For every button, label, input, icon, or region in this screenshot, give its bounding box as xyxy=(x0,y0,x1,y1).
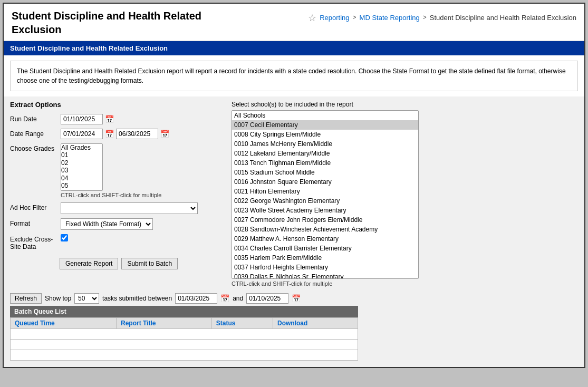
date-range-from-calendar-icon[interactable]: 📅 xyxy=(105,130,114,138)
grade-05[interactable]: 05 xyxy=(61,182,102,189)
date-range-from-input[interactable] xyxy=(61,129,103,139)
submit-to-batch-button[interactable]: Submit to Batch xyxy=(121,258,178,269)
batch-date-from-input[interactable] xyxy=(175,293,217,304)
breadcrumb-sep-1: > xyxy=(353,14,356,21)
run-date-controls: 📅 xyxy=(61,114,114,124)
page-title: Student Discipline and Health Related Ex… xyxy=(12,9,212,36)
school-0021[interactable]: 0021 Hilton Elementary xyxy=(232,187,418,196)
batch-table-header-row: Queued Time Report Title Status Download xyxy=(11,318,358,329)
buttons-row: Generate Report Submit to Batch xyxy=(10,258,221,269)
description-box: The Student Discipline and Health Relate… xyxy=(10,61,578,91)
batch-empty-row-3 xyxy=(11,350,358,361)
grades-hint: CTRL-click and SHIFT-click for multiple xyxy=(61,192,161,198)
exclude-checkbox[interactable] xyxy=(61,234,68,241)
grade-02[interactable]: 02 xyxy=(61,159,102,167)
run-date-input[interactable] xyxy=(61,114,103,124)
school-0029[interactable]: 0029 Matthew A. Henson Elementary xyxy=(232,234,418,244)
schools-panel: Select school(s) to be included in the r… xyxy=(232,101,578,287)
section-header: Student Discipline and Health Related Ex… xyxy=(4,41,584,55)
breadcrumb-reporting[interactable]: Reporting xyxy=(320,14,349,22)
batch-date-from-calendar-icon[interactable]: 📅 xyxy=(220,294,229,303)
grade-04[interactable]: 04 xyxy=(61,175,102,182)
refresh-button[interactable]: Refresh xyxy=(10,293,42,304)
batch-date-to-input[interactable] xyxy=(246,293,288,304)
format-row: Format Fixed Width (State Format) CSV Ta… xyxy=(10,218,221,230)
batch-empty-row-1 xyxy=(11,329,358,340)
breadcrumb-md-state[interactable]: MD State Reporting xyxy=(360,14,420,22)
tasks-label: tasks submitted between xyxy=(102,295,172,302)
schools-hint: CTRL-click and SHIFT-click for multiple xyxy=(232,280,578,287)
school-all[interactable]: All Schools xyxy=(232,111,418,120)
school-0008[interactable]: 0008 City Springs Elem/Middle xyxy=(232,130,418,139)
run-date-label: Run Date xyxy=(10,114,57,123)
schools-label: Select school(s) to be included in the r… xyxy=(232,101,578,108)
exclude-row: Exclude Cross-Site Data xyxy=(10,234,221,250)
breadcrumb-current: Student Discipline and Health Related Ex… xyxy=(430,14,576,22)
col-queued-time[interactable]: Queued Time xyxy=(11,318,117,329)
grades-listbox[interactable]: All Grades 01 02 03 04 05 xyxy=(61,143,103,191)
main-container: Student Discipline and Health Related Ex… xyxy=(3,3,585,368)
show-top-select[interactable]: 50 100 xyxy=(74,293,99,304)
grades-label: Choose Grades xyxy=(10,143,57,152)
batch-table-container: Batch Queue List Queued Time Report Titl… xyxy=(10,306,358,361)
school-0034[interactable]: 0034 Charles Carroll Barrister Elementar… xyxy=(232,244,418,253)
batch-table: Queued Time Report Title Status Download xyxy=(10,317,358,361)
date-range-label: Date Range xyxy=(10,129,57,138)
run-date-calendar-icon[interactable]: 📅 xyxy=(105,115,114,123)
grade-03[interactable]: 03 xyxy=(61,167,102,174)
two-col-layout: Extract Options Run Date 📅 Date Range 📅 xyxy=(10,101,578,287)
school-0015[interactable]: 0015 Stadium School Middle xyxy=(232,168,418,177)
generate-report-button[interactable]: Generate Report xyxy=(60,258,118,269)
grades-row: Choose Grades All Grades 01 02 03 04 05 … xyxy=(10,143,221,198)
extract-options-panel: Extract Options Run Date 📅 Date Range 📅 xyxy=(10,101,221,269)
col-status[interactable]: Status xyxy=(211,318,273,329)
description-text: The Student Discipline and Health Relate… xyxy=(17,67,566,84)
grade-all-grades[interactable]: All Grades xyxy=(61,144,102,151)
run-date-row: Run Date 📅 xyxy=(10,114,221,124)
date-range-to-calendar-icon[interactable]: 📅 xyxy=(160,130,169,138)
batch-empty-row-2 xyxy=(11,340,358,350)
schools-listbox[interactable]: All Schools 0007 Cecil Elementary 0008 C… xyxy=(232,110,419,279)
grades-container: All Grades 01 02 03 04 05 CTRL-click and… xyxy=(61,143,161,198)
col-download: Download xyxy=(273,318,358,329)
batch-date-to-calendar-icon[interactable]: 📅 xyxy=(292,294,301,303)
school-0016[interactable]: 0016 Johnston Square Elementary xyxy=(232,177,418,187)
grade-01[interactable]: 01 xyxy=(61,151,102,159)
and-label: and xyxy=(233,295,243,302)
school-0012[interactable]: 0012 Lakeland Elementary/Middle xyxy=(232,149,418,158)
header: Student Discipline and Health Related Ex… xyxy=(4,4,584,41)
format-label: Format xyxy=(10,218,57,227)
batch-table-body xyxy=(11,329,358,361)
school-0010[interactable]: 0010 James McHenry Elem/Middle xyxy=(232,139,418,149)
date-range-row: Date Range 📅 📅 xyxy=(10,129,221,139)
date-range-controls: 📅 📅 xyxy=(61,129,169,139)
refresh-row: Refresh Show top 50 100 tasks submitted … xyxy=(10,293,578,304)
favorite-icon[interactable]: ☆ xyxy=(308,12,316,24)
school-0037[interactable]: 0037 Harford Heights Elementary xyxy=(232,263,418,272)
batch-queue-title: Batch Queue List xyxy=(10,306,358,317)
adhoc-filter-label: Ad Hoc Filter xyxy=(10,202,57,211)
school-0027[interactable]: 0027 Commodore John Rodgers Elem/Middle xyxy=(232,215,418,225)
date-range-to-input[interactable] xyxy=(116,129,158,139)
school-0007[interactable]: 0007 Cecil Elementary xyxy=(232,120,418,130)
main-content: Extract Options Run Date 📅 Date Range 📅 xyxy=(4,96,584,367)
school-0039[interactable]: 0039 Dallas F. Nicholas Sr. Elementary xyxy=(232,272,418,279)
show-top-label: Show top xyxy=(45,295,71,302)
header-right: ☆ Reporting > MD State Reporting > Stude… xyxy=(304,11,576,24)
school-0028[interactable]: 0028 Sandtown-Winchester Achievement Aca… xyxy=(232,225,418,234)
adhoc-filter-row: Ad Hoc Filter xyxy=(10,202,221,214)
adhoc-filter-select[interactable] xyxy=(61,202,198,214)
school-0013[interactable]: 0013 Tench Tilghman Elem/Middle xyxy=(232,158,418,168)
school-0022[interactable]: 0022 George Washington Elementary xyxy=(232,196,418,206)
school-0023[interactable]: 0023 Wolfe Street Academy Elementary xyxy=(232,206,418,215)
exclude-label: Exclude Cross-Site Data xyxy=(10,234,57,250)
col-report-title[interactable]: Report Title xyxy=(116,318,211,329)
school-0035[interactable]: 0035 Harlem Park Elem/Middle xyxy=(232,253,418,263)
format-select[interactable]: Fixed Width (State Format) CSV Tab Delim… xyxy=(61,218,153,230)
breadcrumb-sep-2: > xyxy=(423,14,427,21)
batch-section: Refresh Show top 50 100 tasks submitted … xyxy=(10,293,578,361)
extract-options-title: Extract Options xyxy=(10,101,221,109)
